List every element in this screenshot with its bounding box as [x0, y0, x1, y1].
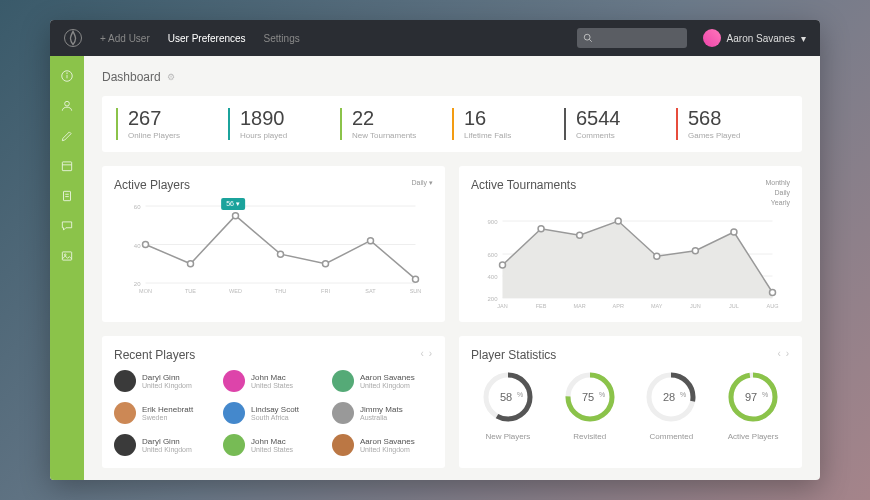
period-option[interactable]: Daily: [765, 188, 790, 198]
svg-text:58: 58: [500, 391, 512, 403]
player-item[interactable]: Aaron SavanesUnited Kingdom: [332, 370, 433, 392]
svg-text:SAT: SAT: [365, 288, 376, 294]
player-location: South Africa: [251, 414, 299, 421]
gear-icon[interactable]: ⚙: [167, 72, 175, 82]
svg-text:MAR: MAR: [574, 303, 586, 309]
stat-label: Comments: [576, 131, 676, 140]
svg-point-27: [323, 261, 329, 267]
player-name: Erik Henebratt: [142, 405, 193, 414]
svg-text:%: %: [762, 391, 768, 398]
player-name: Aaron Savanes: [360, 437, 415, 446]
player-item[interactable]: John MacUnited States: [223, 370, 324, 392]
player-item[interactable]: Aaron SavanesUnited Kingdom: [332, 434, 433, 456]
svg-point-29: [368, 238, 374, 244]
period-options[interactable]: MonthlyDailyYearly: [765, 178, 790, 207]
logo-icon: [64, 29, 82, 47]
donut-label: Commented: [635, 432, 709, 441]
sidebar-edit-icon[interactable]: [59, 128, 75, 144]
svg-point-31: [413, 276, 419, 282]
avatar: [223, 370, 245, 392]
card-title: Recent Players: [114, 348, 195, 362]
top-nav: + Add UserUser PreferencesSettings: [100, 33, 300, 44]
avatar: [114, 370, 136, 392]
stat-value: 568: [688, 108, 788, 128]
search-input[interactable]: [577, 28, 687, 48]
stat-item: 6544Comments: [564, 108, 676, 140]
svg-text:%: %: [599, 391, 605, 398]
svg-point-23: [233, 213, 239, 219]
player-item[interactable]: Daryl GinnUnited Kingdom: [114, 434, 215, 456]
active-tournaments-chart: 200400600900JANFEBMARAPRMAYJUNJULAUG: [471, 215, 790, 310]
svg-text:400: 400: [487, 274, 498, 280]
more-icon[interactable]: ‹ ›: [421, 348, 433, 359]
svg-point-0: [584, 34, 590, 40]
player-item[interactable]: Daryl GinnUnited Kingdom: [114, 370, 215, 392]
svg-point-47: [615, 218, 621, 224]
player-name: Daryl Ginn: [142, 373, 192, 382]
avatar: [114, 402, 136, 424]
breadcrumb: Dashboard ⚙: [102, 70, 802, 84]
svg-text:%: %: [680, 391, 686, 398]
nav-item[interactable]: User Preferences: [168, 33, 246, 44]
svg-point-49: [654, 254, 660, 260]
svg-text:WED: WED: [229, 288, 242, 294]
svg-point-21: [188, 261, 194, 267]
donut-stat: 58 % New Players: [471, 370, 545, 441]
sidebar-doc-icon[interactable]: [59, 188, 75, 204]
donut-label: Revisited: [553, 432, 627, 441]
player-name: John Mac: [251, 373, 293, 382]
stat-label: New Tournaments: [352, 131, 452, 140]
svg-text:APR: APR: [613, 303, 624, 309]
player-item[interactable]: Erik HenebrattSweden: [114, 402, 215, 424]
chevron-down-icon: ▾: [801, 33, 806, 44]
stat-item: 568Games Played: [676, 108, 788, 140]
stat-label: Hours played: [240, 131, 340, 140]
player-name: Daryl Ginn: [142, 437, 192, 446]
user-name: Aaron Savanes: [727, 33, 795, 44]
nav-item[interactable]: Settings: [264, 33, 300, 44]
sidebar-image-icon[interactable]: [59, 248, 75, 264]
user-menu[interactable]: Aaron Savanes ▾: [703, 29, 806, 47]
more-icon[interactable]: ‹ ›: [778, 348, 790, 359]
body: Dashboard ⚙ 267Online Players1890Hours p…: [50, 56, 820, 480]
stat-item: 1890Hours played: [228, 108, 340, 140]
avatar: [332, 434, 354, 456]
period-select[interactable]: Daily ▾: [411, 178, 433, 188]
active-tournaments-card: Active Tournaments MonthlyDailyYearly 20…: [459, 166, 802, 322]
player-name: John Mac: [251, 437, 293, 446]
stat-value: 267: [128, 108, 228, 128]
svg-text:97: 97: [745, 391, 757, 403]
donut-label: New Players: [471, 432, 545, 441]
active-players-card: Active Players Daily ▾ 204060MONTUEWEDTH…: [102, 166, 445, 322]
player-item[interactable]: John MacUnited States: [223, 434, 324, 456]
svg-text:JAN: JAN: [497, 303, 507, 309]
player-stats-card: Player Statistics ‹ › 58 % New Players 7…: [459, 336, 802, 468]
svg-text:60: 60: [134, 204, 141, 210]
player-item[interactable]: Jimmy MatsAustralia: [332, 402, 433, 424]
svg-line-1: [589, 39, 592, 42]
donut-stat: 75 % Revisited: [553, 370, 627, 441]
stat-item: 267Online Players: [116, 108, 228, 140]
svg-text:JUN: JUN: [690, 303, 701, 309]
nav-item[interactable]: + Add User: [100, 33, 150, 44]
player-location: United Kingdom: [360, 446, 415, 453]
sidebar-info-icon[interactable]: [59, 68, 75, 84]
recent-players-card: Recent Players ‹ › Daryl GinnUnited King…: [102, 336, 445, 468]
svg-text:TUE: TUE: [185, 288, 196, 294]
stat-value: 16: [464, 108, 564, 128]
period-option[interactable]: Yearly: [765, 198, 790, 208]
sidebar-chat-icon[interactable]: [59, 218, 75, 234]
svg-text:28: 28: [663, 391, 675, 403]
svg-text:AUG: AUG: [767, 303, 779, 309]
player-location: Australia: [360, 414, 403, 421]
player-location: United Kingdom: [142, 382, 192, 389]
player-location: Sweden: [142, 414, 193, 421]
avatar: [332, 402, 354, 424]
card-title: Player Statistics: [471, 348, 556, 362]
period-option[interactable]: Monthly: [765, 178, 790, 188]
player-name: Jimmy Mats: [360, 405, 403, 414]
sidebar-calendar-icon[interactable]: [59, 158, 75, 174]
sidebar-user-icon[interactable]: [59, 98, 75, 114]
svg-point-55: [770, 290, 776, 296]
player-item[interactable]: Lindsay ScottSouth Africa: [223, 402, 324, 424]
